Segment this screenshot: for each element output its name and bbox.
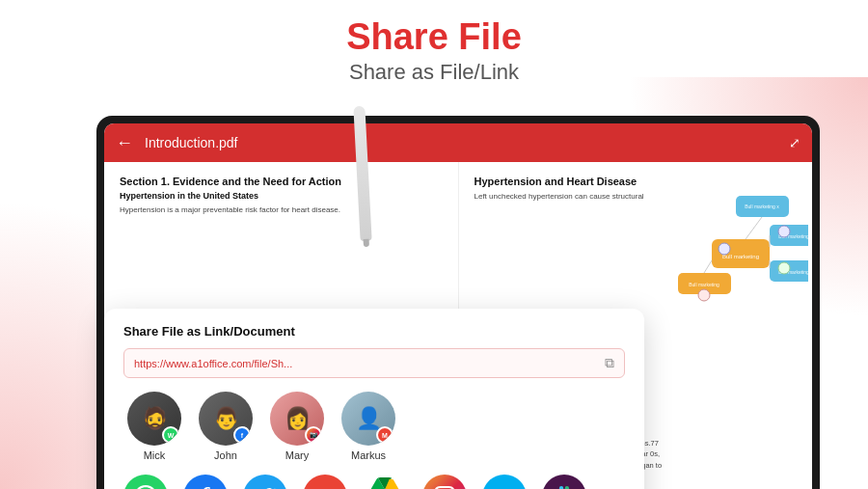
share-card: Share File as Link/Document https://www.…	[104, 309, 644, 489]
pdf-filename: Introduction.pdf	[145, 135, 777, 150]
chart-area: Bull marketing Bull marketing x Bull mar…	[673, 191, 808, 316]
skype-icon: S	[482, 475, 527, 489]
copy-link-button[interactable]: ⧉	[605, 355, 614, 371]
badge-john: f	[233, 426, 251, 444]
app-instagram[interactable]: Instagram	[422, 475, 467, 489]
badge-mick: W	[162, 426, 179, 444]
whatsapp-icon	[123, 475, 168, 489]
facebook-icon: f	[183, 475, 228, 489]
pdf-right-title: Hypertension and Heart Disease	[475, 176, 798, 187]
pdf-toolbar: ← Introduction.pdf ⤢	[104, 123, 812, 162]
contact-name-mick: Mick	[144, 449, 166, 461]
instagram-icon	[422, 475, 467, 489]
avatar-john: 👨 f	[199, 392, 253, 446]
page-title: Share File	[0, 17, 868, 58]
avatar-mick: 🧔 W	[127, 392, 181, 446]
share-link-url: https://www.a1office.com/file/Sh...	[134, 358, 597, 369]
back-button[interactable]: ←	[116, 133, 133, 153]
badge-markus: M	[376, 426, 393, 444]
header: Share File Share as File/Link	[0, 17, 868, 85]
contact-name-markus: Markus	[351, 449, 386, 461]
avatar-markus: 👤 M	[341, 392, 395, 446]
chart-svg: Bull marketing Bull marketing x Bull mar…	[673, 191, 808, 316]
slack-icon	[542, 475, 586, 489]
share-card-title: Share File as Link/Document	[123, 324, 625, 339]
svg-text:Bull marketing: Bull marketing	[722, 254, 759, 259]
contact-name-mary: Mary	[285, 449, 309, 461]
badge-mary: 📷	[305, 426, 322, 444]
page-subtitle: Share as File/Link	[0, 60, 868, 85]
app-email[interactable]: M Email	[303, 475, 347, 489]
contact-john[interactable]: 👨 f John	[199, 392, 253, 461]
svg-line-4	[746, 217, 762, 239]
twitter-icon	[243, 475, 287, 489]
drive-icon	[363, 475, 407, 489]
pdf-subsection: Hypertension in the United States	[120, 191, 443, 201]
svg-point-17	[698, 289, 710, 301]
app-twitter[interactable]: Twitter	[243, 475, 287, 489]
email-icon: M	[303, 475, 347, 489]
contacts-row: 🧔 W Mick 👨 f John 👩 📷 Mary 👤 M	[123, 392, 625, 461]
svg-point-14	[719, 243, 730, 255]
app-skype[interactable]: S Skype	[482, 475, 527, 489]
app-whatsapp[interactable]: WhatsApp	[123, 475, 168, 489]
contact-name-john: John	[214, 449, 237, 461]
apps-row: WhatsApp f Facebook Twitter M Email	[123, 475, 625, 489]
pdf-body-left: Hypertension is a major preventable risk…	[120, 204, 443, 215]
app-facebook[interactable]: f Facebook	[183, 475, 228, 489]
svg-point-16	[778, 262, 790, 274]
avatar-mary: 👩 📷	[270, 392, 324, 446]
svg-point-15	[778, 226, 790, 237]
svg-text:Bull marketing: Bull marketing	[689, 282, 719, 287]
svg-line-13	[704, 260, 712, 273]
pdf-section-title: Section 1. Evidence and the Need for Act…	[120, 176, 443, 187]
contact-markus[interactable]: 👤 M Markus	[341, 392, 395, 461]
app-slack[interactable]: Slack	[542, 475, 586, 489]
share-link-row: https://www.a1office.com/file/Sh... ⧉	[123, 348, 625, 378]
contact-mick[interactable]: 🧔 W Mick	[127, 392, 181, 461]
contact-mary[interactable]: 👩 📷 Mary	[270, 392, 324, 461]
expand-button[interactable]: ⤢	[789, 135, 800, 150]
svg-text:Bull marketing x: Bull marketing x	[745, 204, 779, 209]
app-drive[interactable]: Drive	[363, 475, 407, 489]
